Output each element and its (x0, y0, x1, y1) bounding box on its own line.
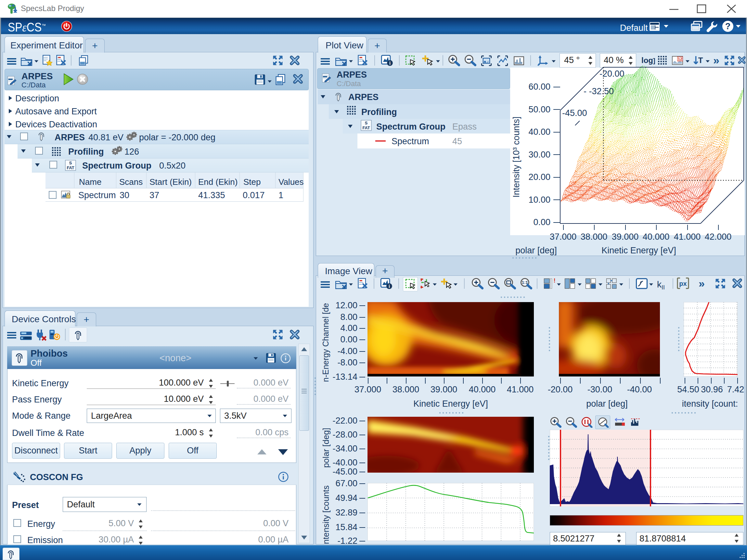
svg-text:!: ! (554, 278, 556, 284)
svg-text:S: S (365, 121, 368, 125)
svg-text:S: S (69, 160, 72, 165)
svg-text:FAT: FAT (362, 125, 370, 130)
svg-text:i: i (389, 284, 390, 289)
svg-text:i: i (389, 60, 391, 65)
svg-text:?: ? (725, 22, 731, 31)
svg-text:12: 12 (678, 57, 682, 61)
svg-text:T: T (698, 56, 703, 64)
svg-text:FAT: FAT (67, 165, 74, 170)
svg-text:px: px (679, 280, 687, 287)
